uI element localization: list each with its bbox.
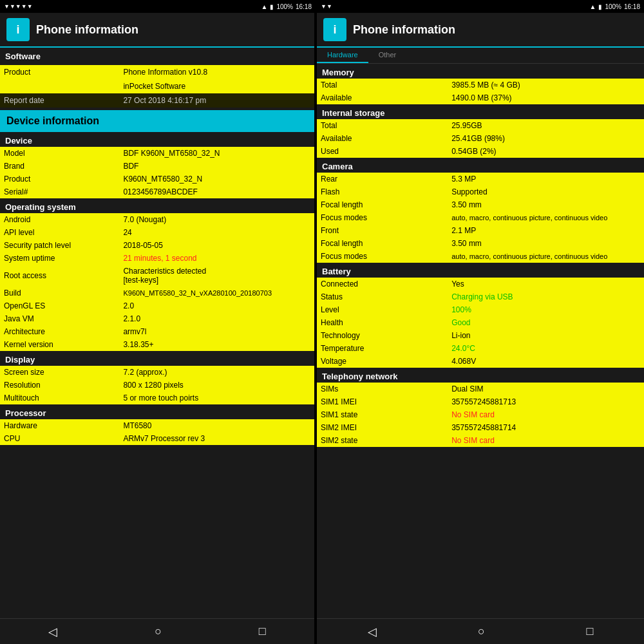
status-bar-right: ▼▼ ▲ ▮ 100% 16:18 [317,0,644,13]
report-date-value: 27 Oct 2018 4:16:17 pm [119,93,314,108]
software-table: Product Phone Information v10.8 inPocket… [0,65,314,108]
display-table: Screen size7.2 (approx.) Resolution800 x… [0,366,314,404]
time-left: 16:18 [296,3,312,10]
battery-icon: ▮ [270,3,274,10]
memory-header: Memory [317,64,644,79]
left-panel-header: i Phone information [0,13,314,48]
right-panel-scroll[interactable]: Memory Total3985.5 MB (≈ 4 GB) Available… [317,64,644,618]
recents-btn-left[interactable]: □ [259,625,266,638]
signal-icon-r: ▼▼ [321,3,332,10]
left-panel-title: Phone information [36,23,138,37]
left-panel-scroll[interactable]: Software Product Phone Information v10.8… [0,48,314,618]
right-panel-title: Phone information [353,23,455,37]
device-table: ModelBDF K960N_MT6580_32_N BrandBDF Prod… [0,147,314,198]
back-btn-left[interactable]: ◁ [48,625,57,639]
wifi-icon-r: ▲ [589,3,596,10]
right-panel-header: i Phone information [317,13,644,48]
battery-icon-r: ▮ [598,3,602,10]
battery-percent: 100% [276,3,293,10]
status-bar-left: ▼▼▼▼▼ ▲ ▮ 100% 16:18 [0,0,316,13]
back-btn-right[interactable]: ◁ [368,625,377,639]
signal-icon: ▼▼▼▼▼ [4,3,33,10]
product-label: Product [0,65,119,79]
recents-btn-right[interactable]: □ [586,625,593,638]
battery-percent-r: 100% [605,3,621,10]
tab-inactive[interactable]: Other [368,48,407,63]
home-btn-right[interactable]: ○ [478,625,485,638]
telephony-header: Telephony network [317,368,644,383]
product-value: Phone Information v10.8 [119,65,314,79]
inpocket-label [0,79,119,93]
tab-bar: Hardware Other [317,48,644,64]
display-section-label: Display [0,351,314,366]
right-panel-icon: i [323,18,346,41]
storage-table: Total25.95GB Available25.41GB (98%) Used… [317,119,644,158]
right-panel: i Phone information Hardware Other Memor… [317,13,644,644]
os-section-label: Operating system [0,198,314,213]
processor-table: HardwareMT6580 CPUARMv7 Processor rev 3 [0,419,314,445]
battery-header: Battery [317,263,644,278]
bottom-nav-right: ◁ ○ □ [317,618,644,644]
device-section-label: Device [0,132,314,147]
camera-header: Camera [317,158,644,173]
os-table: Android7.0 (Nougat) API level24 Security… [0,213,314,351]
home-btn-left[interactable]: ○ [155,625,162,638]
time-right: 16:18 [624,3,640,10]
memory-table: Total3985.5 MB (≈ 4 GB) Available1490.0 … [317,79,644,104]
wifi-icon: ▲ [261,3,267,10]
camera-table: Rear5.3 MP FlashSupported Focal length3.… [317,173,644,263]
left-panel-icon: i [6,18,30,41]
report-date-label: Report date [0,93,119,108]
battery-table: ConnectedYes StatusCharging via USB Leve… [317,278,644,368]
bottom-nav-left: ◁ ○ □ [0,618,314,644]
left-panel: i Phone information Software Product Pho… [0,13,316,644]
tab-active[interactable]: Hardware [317,48,368,63]
device-info-header: Device information [0,110,314,132]
telephony-table: SIMsDual SIM SIM1 IMEI357557245881713 SI… [317,383,644,447]
inpocket-value: inPocket Software [119,79,314,93]
storage-header: Internal storage [317,104,644,119]
processor-section-label: Processor [0,404,314,419]
software-section-header: Software [0,48,314,65]
